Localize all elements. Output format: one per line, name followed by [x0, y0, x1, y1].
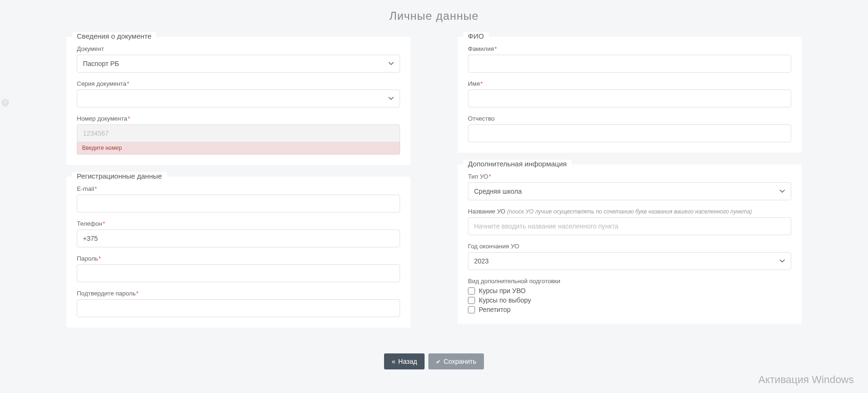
confirm-password-input[interactable]	[77, 299, 400, 317]
confirm-password-label: Подтвердите пароль*	[77, 290, 400, 297]
registration-section: Регистрационные данные E-mail* Телефон* …	[66, 177, 410, 328]
name-uo-label: Название УО (поиск УО лучше осуществлять…	[468, 208, 791, 215]
back-button[interactable]: Назад	[384, 353, 425, 369]
firstname-input[interactable]	[468, 90, 791, 107]
password-label: Пароль*	[77, 255, 400, 262]
surname-input[interactable]	[468, 55, 791, 73]
registration-legend: Регистрационные данные	[72, 172, 167, 180]
chevron-left-icon	[392, 358, 395, 365]
year-uo-label: Год окончания УО	[468, 243, 791, 250]
prep-uvo-checkbox[interactable]	[468, 287, 475, 295]
document-type-select[interactable]: Паспорт РБ	[77, 55, 400, 73]
phone-input[interactable]	[77, 229, 400, 247]
document-legend: Сведения о документе	[72, 32, 156, 40]
document-series-label: Серия документа*	[77, 80, 400, 87]
windows-activation-watermark: Активация Windows	[758, 374, 854, 379]
patronymic-label: Отчество	[468, 115, 791, 122]
surname-label: Фамилия*	[468, 45, 791, 52]
prep-tutor-label: Репетитор	[479, 306, 510, 313]
help-icon[interactable]: ?	[1, 99, 9, 106]
fio-section: ФИО Фамилия* Имя* Отчество	[458, 37, 802, 153]
extra-legend: Дополнительная информация	[463, 160, 572, 168]
type-uo-select[interactable]: Средняя школа	[468, 182, 791, 200]
document-series-select[interactable]	[77, 90, 400, 107]
patronymic-input[interactable]	[468, 124, 791, 142]
email-input[interactable]	[77, 195, 400, 213]
document-section: Сведения о документе Документ Паспорт РБ…	[66, 37, 410, 165]
prep-label: Вид дополнительной подготовки	[468, 278, 791, 285]
type-uo-label: Тип УО*	[468, 173, 791, 180]
firstname-label: Имя*	[468, 80, 791, 87]
document-number-input[interactable]	[77, 124, 400, 142]
document-type-label: Документ	[77, 45, 400, 52]
email-label: E-mail*	[77, 185, 400, 192]
prep-uvo-label: Курсы при УВО	[479, 287, 525, 295]
document-number-error: Введите номер	[77, 142, 400, 155]
password-input[interactable]	[77, 264, 400, 282]
prep-choice-label: Курсы по выбору	[479, 296, 531, 304]
fio-legend: ФИО	[463, 32, 489, 40]
year-uo-select[interactable]: 2023	[468, 252, 791, 270]
check-icon	[436, 358, 441, 365]
page-title: Личные данные	[0, 0, 868, 37]
save-button[interactable]: Сохранить	[428, 353, 484, 369]
phone-label: Телефон*	[77, 220, 400, 227]
extra-section: Дополнительная информация Тип УО* Средня…	[458, 164, 802, 324]
prep-choice-checkbox[interactable]	[468, 297, 475, 304]
document-number-label: Номер документа*	[77, 115, 400, 122]
prep-tutor-checkbox[interactable]	[468, 306, 475, 313]
name-uo-input[interactable]	[468, 217, 791, 235]
